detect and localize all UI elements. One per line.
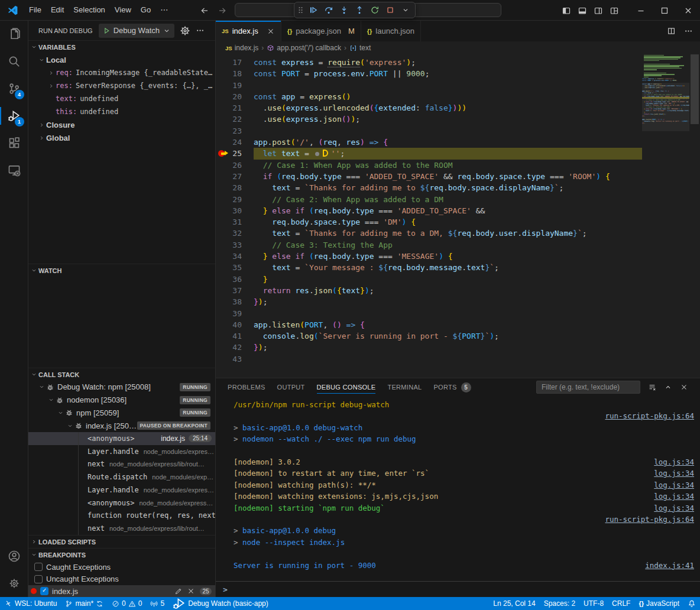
activity-remote-explorer[interactable] bbox=[0, 157, 28, 184]
continue-button[interactable] bbox=[306, 3, 321, 17]
line-number[interactable]: 31 bbox=[216, 216, 242, 228]
line-number[interactable]: 34 bbox=[216, 251, 242, 262]
close-button[interactable] bbox=[676, 0, 700, 21]
customize-layout-button[interactable] bbox=[606, 0, 622, 21]
panel-tab-debug-console[interactable]: DEBUG CONSOLE bbox=[311, 378, 382, 396]
line-number[interactable]: 24 bbox=[216, 137, 242, 148]
code-line-42[interactable]: 42}); bbox=[216, 342, 642, 353]
code-line-30[interactable]: 30 } else if (req.body.type === 'ADDED_T… bbox=[216, 205, 642, 216]
close-panel-icon[interactable] bbox=[680, 383, 688, 391]
console-source-link[interactable]: run-script-pkg.js:64 bbox=[605, 410, 695, 421]
activity-accounts[interactable] bbox=[0, 543, 28, 570]
code-line-27[interactable]: 27 if (req.body.type === 'ADDED_TO_SPACE… bbox=[216, 171, 642, 182]
code-line-33[interactable]: 33 // Case 3: Texting the App bbox=[216, 239, 642, 251]
minimap[interactable]: const express = require('express');const… bbox=[642, 54, 689, 378]
tab-launch-json[interactable]: {}launch.json bbox=[361, 21, 421, 41]
status-indentation[interactable]: Spaces: 2 bbox=[540, 597, 579, 610]
breakpoints-header[interactable]: BREAKPOINTS bbox=[28, 548, 215, 561]
status-remote-indicator[interactable]: WSL: Ubuntu bbox=[0, 597, 61, 610]
line-number[interactable]: 19 bbox=[216, 80, 242, 91]
breakpoint-checkbox[interactable] bbox=[34, 575, 43, 583]
code-line-24[interactable]: 24app.post('/', (req, res) => { bbox=[216, 137, 642, 148]
status-cursor-position[interactable]: Ln 25, Col 14 bbox=[489, 597, 539, 610]
call-stack-header[interactable]: CALL STACK bbox=[28, 368, 215, 381]
line-number[interactable]: 33 bbox=[216, 239, 242, 251]
callstack-frame[interactable]: <anonymous> node_modules/express… bbox=[28, 497, 215, 510]
maximize-button[interactable] bbox=[653, 0, 676, 21]
watch-header[interactable]: WATCH bbox=[28, 264, 215, 277]
menu-go[interactable]: Go bbox=[136, 2, 155, 18]
step-into-button[interactable] bbox=[336, 3, 352, 17]
code-line-31[interactable]: 31 req.body.space.type === 'DM') { bbox=[216, 216, 642, 228]
code-line-29[interactable]: 29 // Case 2: When App was added to a DM bbox=[216, 194, 642, 205]
code-line-39[interactable]: 39 bbox=[216, 308, 642, 319]
editor[interactable]: 17const express = require('express'); 18… bbox=[216, 54, 700, 378]
status-git-branch[interactable]: main* bbox=[61, 597, 108, 610]
line-number[interactable]: 26 bbox=[216, 160, 242, 171]
variable-row[interactable]: req:IncomingMessage {_readableState: … bbox=[28, 66, 215, 79]
maximize-panel-icon[interactable] bbox=[664, 383, 672, 391]
more-actions-icon[interactable] bbox=[684, 27, 693, 35]
code-line-38[interactable]: 38}); bbox=[216, 296, 642, 307]
line-number[interactable]: 39 bbox=[216, 308, 242, 319]
line-number[interactable]: 29 bbox=[216, 194, 242, 205]
loaded-scripts-header[interactable]: LOADED SCRIPTS bbox=[28, 535, 215, 548]
close-tab-icon[interactable] bbox=[267, 27, 275, 35]
menu-view[interactable]: View bbox=[110, 2, 136, 18]
console-source-link[interactable]: log.js:34 bbox=[654, 468, 695, 479]
breakpoint-checkbox[interactable] bbox=[40, 587, 48, 595]
activity-extensions[interactable] bbox=[0, 129, 28, 157]
tab-package-json[interactable]: {}package.json M bbox=[281, 21, 361, 41]
scrollbar-thumb[interactable] bbox=[691, 54, 699, 124]
line-number[interactable]: 30 bbox=[216, 205, 242, 216]
code-line-32[interactable]: 32 text = `Thanks for adding me to a DM,… bbox=[216, 228, 642, 239]
code-line-35[interactable]: 35 text = `Your message : ${req.body.mes… bbox=[216, 262, 642, 273]
line-number[interactable]: 38 bbox=[216, 296, 242, 307]
views-more-actions-icon[interactable] bbox=[196, 26, 205, 35]
callstack-frame[interactable]: Route.dispatch node_modules/exp… bbox=[28, 471, 215, 484]
line-number[interactable]: 43 bbox=[216, 353, 242, 365]
stop-button[interactable] bbox=[383, 3, 398, 17]
status-encoding[interactable]: UTF-8 bbox=[579, 597, 608, 610]
debug-config-dropdown[interactable]: Debug Watch bbox=[99, 24, 174, 38]
variables-header[interactable]: VARIABLES bbox=[28, 40, 215, 53]
breadcrumb-item[interactable]: text bbox=[349, 44, 371, 52]
variable-row[interactable]: text:undefined bbox=[28, 92, 215, 105]
toggle-secondary-sidebar-button[interactable] bbox=[590, 0, 606, 21]
code-line-23[interactable]: 23 bbox=[216, 125, 642, 137]
panel-tab-output[interactable]: OUTPUT bbox=[271, 378, 311, 396]
activity-run-and-debug[interactable]: 1 bbox=[0, 102, 28, 129]
variable-scope-local[interactable]: Local bbox=[28, 53, 215, 66]
stop-dropdown-button[interactable] bbox=[398, 3, 413, 17]
line-number[interactable]: 17 bbox=[216, 57, 242, 68]
toggle-panel-button[interactable] bbox=[574, 0, 590, 21]
line-number[interactable]: 36 bbox=[216, 274, 242, 285]
status-problems[interactable]: 00 bbox=[108, 597, 146, 610]
breakpoint-row[interactable]: index.js 25 bbox=[28, 585, 215, 597]
callstack-session[interactable]: npm [25059] RUNNING bbox=[28, 407, 215, 420]
code-line-20[interactable]: 20const app = express() bbox=[216, 91, 642, 102]
breadcrumb-item[interactable]: JSindex.js bbox=[225, 44, 258, 52]
restart-button[interactable] bbox=[367, 3, 383, 17]
code-line-26[interactable]: 26 // Case 1: When App was added to the … bbox=[216, 160, 642, 171]
breadcrumb-item[interactable]: app.post('/') callback bbox=[267, 44, 341, 52]
status-language-mode[interactable]: {}JavaScript bbox=[634, 597, 683, 610]
line-number[interactable]: 32 bbox=[216, 228, 242, 239]
variable-scope-global[interactable]: Global bbox=[28, 131, 215, 144]
code-line-36[interactable]: 36 } bbox=[216, 274, 642, 285]
breakpoint-checkbox[interactable] bbox=[34, 563, 43, 571]
line-number[interactable]: 27 bbox=[216, 171, 242, 182]
panel-tab-terminal[interactable]: TERMINAL bbox=[381, 378, 427, 396]
code-line-40[interactable]: 40app.listen(PORT, () => { bbox=[216, 319, 642, 330]
variable-scope-closure[interactable]: Closure bbox=[28, 118, 215, 131]
line-number[interactable]: 28 bbox=[216, 182, 242, 193]
console-source-link[interactable]: run-script-pkg.js:64 bbox=[605, 514, 695, 525]
code-line-37[interactable]: 37 return res.json({text}); bbox=[216, 285, 642, 296]
menu-selection[interactable]: Selection bbox=[69, 2, 109, 18]
callstack-session[interactable]: Debug Watch: npm [25008] RUNNING bbox=[28, 381, 215, 394]
activity-settings[interactable] bbox=[0, 570, 28, 597]
menu-more[interactable]: ⋯ bbox=[155, 2, 173, 18]
callstack-session[interactable]: index.js [25083] PAUSED ON BREAKPOINT bbox=[28, 419, 215, 432]
code-line-22[interactable]: 22 .use(express.json()); bbox=[216, 113, 642, 125]
start-debugging-icon[interactable] bbox=[102, 27, 111, 35]
